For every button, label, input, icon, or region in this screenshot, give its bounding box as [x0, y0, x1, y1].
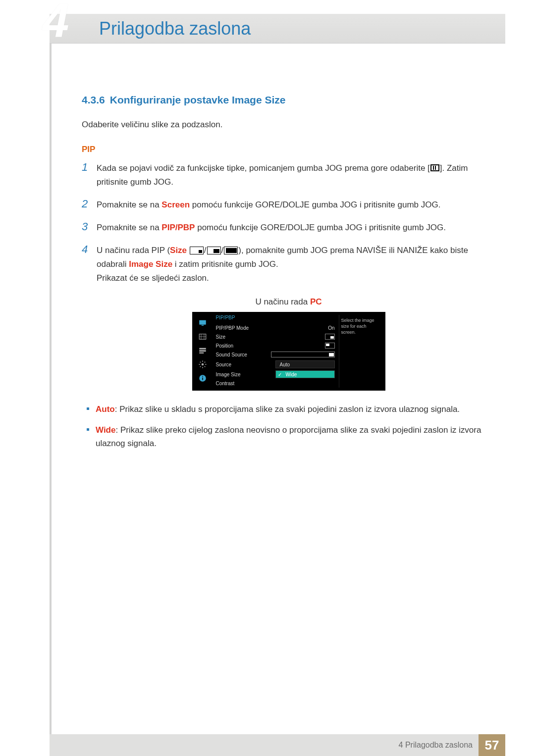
size-thumb-icon [325, 334, 335, 340]
footer-label: 4 Prilagodba zaslona [399, 741, 473, 750]
osd-caption: U načinu rada PC [82, 297, 495, 307]
step-3: 3 Pomaknite se na PIP/PBP pomoću funkcij… [82, 221, 495, 235]
osd-row-contrast: Contrast [216, 379, 335, 388]
step-number: 1 [82, 161, 97, 189]
osd-row-source: Source Auto [216, 360, 335, 369]
svg-rect-3 [199, 348, 206, 350]
section-heading: 4.3.6Konfiguriranje postavke Image Size [82, 94, 495, 106]
osd-row-image-size: Image Size Wide [216, 370, 335, 379]
step-body: Pomaknite se na PIP/PBP pomoću funkcije … [97, 221, 495, 235]
svg-rect-9 [202, 376, 203, 377]
osd-section-label: PIP/PBP [216, 315, 335, 320]
size-mid-icon [207, 247, 221, 254]
step-number: 3 [82, 221, 97, 235]
sub-heading-pip: PIP [82, 145, 495, 154]
osd-tab-onscreen-icon [195, 345, 210, 356]
step-list: 1 Kada se pojavi vodič za funkcijske tip… [82, 161, 495, 285]
osd-tab-pip-icon [195, 331, 210, 343]
sound-thumb-icon [271, 352, 335, 357]
section-intro: Odaberite veličinu slike za podzaslon. [82, 120, 495, 130]
svg-rect-4 [199, 351, 206, 352]
osd-row-position: Position [216, 341, 335, 350]
left-margin-stripe [50, 44, 52, 734]
footer-page-number: 57 [479, 734, 505, 756]
chapter-title: Prilagodba zaslona [99, 18, 251, 39]
svg-rect-5 [199, 353, 204, 353]
osd-row-sound: Sound Source [216, 350, 335, 359]
section-title-text: Konfiguriranje postavke Image Size [110, 94, 286, 105]
bullet-auto: Auto: Prikaz slike u skladu s proporcija… [96, 403, 495, 416]
position-thumb-icon [325, 343, 335, 349]
svg-rect-1 [201, 325, 204, 326]
osd-menu: PIP/PBP PIP/PBP Mode On Size Position So… [192, 312, 385, 391]
svg-rect-0 [199, 320, 206, 325]
step-body: Kada se pojavi vodič za funkcijske tipke… [97, 161, 495, 189]
page-content: 4.3.6Konfiguriranje postavke Image Size … [82, 94, 495, 457]
step-number: 4 [82, 244, 97, 285]
step-body: U načinu rada PIP (Size //), pomaknite g… [97, 244, 495, 285]
svg-rect-8 [202, 378, 203, 380]
chapter-number-graphic: 4 [43, 0, 69, 45]
bullet-wide: Wide: Prikaz slike preko cijelog zaslona… [96, 423, 495, 450]
size-big-icon [224, 247, 238, 254]
page-header: 4 Prilagodba zaslona [50, 14, 505, 44]
osd-body: PIP/PBP PIP/PBP Mode On Size Position So… [212, 315, 339, 388]
option-bullets: Auto: Prikaz slike u skladu s proporcija… [82, 403, 495, 450]
osd-row-size: Size [216, 332, 335, 341]
menu-icon [430, 164, 439, 171]
osd-tab-column [195, 315, 212, 388]
svg-point-6 [201, 363, 204, 366]
step-4: 4 U načinu rada PIP (Size //), pomaknite… [82, 244, 495, 285]
osd-row-mode: PIP/PBP Mode On [216, 323, 335, 332]
step-2: 2 Pomaknite se na Screen pomoću funkcije… [82, 198, 495, 212]
osd-tab-info-icon [195, 372, 210, 384]
osd-tab-picture-icon [195, 317, 210, 329]
osd-value-box-selected: Wide [275, 370, 335, 378]
step-number: 2 [82, 198, 97, 212]
step-1: 1 Kada se pojavi vodič za funkcijske tip… [82, 161, 495, 189]
osd-help-text: Select the image size for each screen. [339, 315, 382, 388]
size-small-icon [190, 247, 204, 254]
osd-value-box: Auto [275, 360, 335, 368]
page-footer: 4 Prilagodba zaslona 57 [50, 734, 505, 756]
step-body: Pomaknite se na Screen pomoću funkcije G… [97, 198, 495, 212]
section-number: 4.3.6 [82, 94, 105, 105]
osd-tab-settings-icon [195, 358, 210, 370]
